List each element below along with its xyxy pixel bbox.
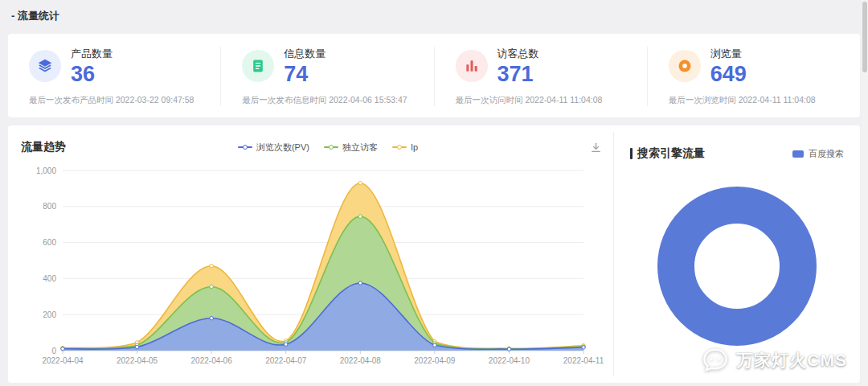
legend-marker-icon — [392, 146, 407, 148]
page-title: - 流量统计 — [11, 9, 59, 23]
stat-label: 产品数量 — [71, 47, 113, 61]
stat-card-visitors: 访客总数 371 最后一次访问时间 2022-04-11 11:04:08 — [435, 47, 648, 106]
legend-label: 独立访客 — [342, 142, 378, 154]
stat-timestamp: 最后一次浏览时间 2022-04-11 11:04:08 — [669, 95, 839, 106]
scrollbar[interactable] — [862, 0, 868, 386]
trend-area-chart[interactable]: 02004006008001,0002022-04-042022-04-0520… — [21, 158, 612, 376]
stat-value: 74 — [284, 64, 326, 85]
svg-text:1,000: 1,000 — [36, 166, 56, 175]
page-header: - 流量统计 — [0, 0, 868, 32]
stat-card-info: 信息数量 74 最后一次发布信息时间 2022-04-06 15:53:47 — [221, 47, 434, 106]
trend-chart-section: 流量趋势 浏览次数(PV)独立访客Ip 02004006008001,00020… — [8, 125, 613, 383]
views-icon — [669, 50, 701, 82]
search-engine-section: 搜索引擎流量 百度搜索 — [614, 125, 860, 383]
svg-text:2022-04-04: 2022-04-04 — [42, 356, 84, 365]
trend-legend-item[interactable]: 独立访客 — [324, 142, 378, 154]
stat-value: 36 — [71, 64, 113, 85]
legend-label: Ip — [411, 142, 418, 152]
stat-card-products: 产品数量 36 最后一次发布产品时间 2022-03-22 09:47:58 — [8, 47, 221, 106]
svg-text:2022-04-10: 2022-04-10 — [489, 356, 530, 365]
title-accent-bar — [630, 148, 633, 159]
svg-text:800: 800 — [43, 202, 56, 211]
svg-text:400: 400 — [43, 274, 56, 283]
legend-label: 百度搜索 — [809, 148, 844, 160]
donut-legend-item[interactable]: 百度搜索 — [792, 148, 844, 160]
svg-text:2022-04-06: 2022-04-06 — [191, 356, 233, 365]
trend-legend-item[interactable]: 浏览次数(PV) — [238, 142, 309, 154]
stat-timestamp: 最后一次发布信息时间 2022-04-06 15:53:47 — [242, 95, 412, 106]
stat-value: 649 — [710, 64, 747, 85]
legend-marker-icon — [324, 146, 338, 148]
svg-text:2022-04-05: 2022-04-05 — [117, 356, 158, 365]
document-icon — [242, 50, 274, 82]
stat-timestamp: 最后一次访问时间 2022-04-11 11:04:08 — [456, 95, 626, 106]
legend-marker-icon — [238, 146, 252, 148]
download-icon[interactable] — [590, 142, 602, 154]
svg-text:600: 600 — [43, 238, 56, 247]
svg-text:2022-04-09: 2022-04-09 — [414, 356, 456, 365]
layers-icon — [29, 50, 61, 82]
bar-chart-icon — [456, 50, 488, 82]
svg-text:0: 0 — [51, 347, 56, 355]
svg-text:200: 200 — [43, 310, 56, 319]
search-traffic-title: 搜索引擎流量 — [637, 146, 705, 161]
svg-text:2022-04-08: 2022-04-08 — [340, 356, 382, 365]
stat-timestamp: 最后一次发布产品时间 2022-03-22 09:47:58 — [29, 95, 199, 106]
svg-text:2022-04-11: 2022-04-11 — [563, 356, 604, 365]
stat-label: 浏览量 — [710, 47, 747, 61]
trend-chart-title: 流量趋势 — [21, 140, 66, 154]
svg-text:2022-04-07: 2022-04-07 — [265, 356, 307, 365]
stat-card-pageviews: 浏览量 649 最后一次浏览时间 2022-04-11 11:04:08 — [648, 47, 860, 106]
trend-legend-item[interactable]: Ip — [392, 142, 418, 152]
stats-summary-card: 产品数量 36 最后一次发布产品时间 2022-03-22 09:47:58 信… — [8, 34, 860, 117]
traffic-panel: 流量趋势 浏览次数(PV)独立访客Ip 02004006008001,00020… — [8, 125, 860, 383]
trend-legend: 浏览次数(PV)独立访客Ip — [66, 142, 590, 154]
stat-label: 信息数量 — [284, 47, 326, 61]
legend-label: 浏览次数(PV) — [256, 142, 309, 154]
stat-label: 访客总数 — [497, 47, 539, 61]
stat-value: 371 — [497, 64, 539, 85]
legend-swatch — [792, 150, 804, 158]
search-donut-chart[interactable] — [654, 183, 820, 349]
scrollbar-thumb[interactable] — [862, 2, 867, 72]
